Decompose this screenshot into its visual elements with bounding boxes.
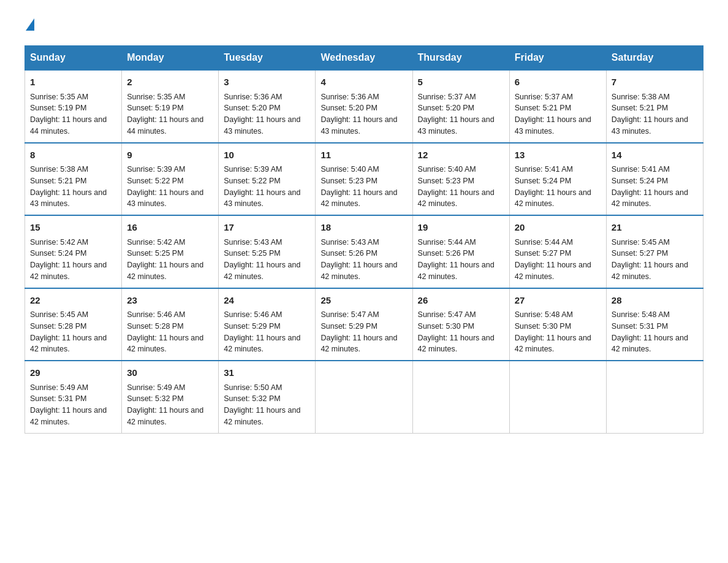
day-number: 13 — [515, 148, 601, 163]
day-number: 25 — [320, 294, 407, 308]
daylight-label: Daylight: 11 hours and 43 minutes. — [418, 115, 495, 136]
calendar-cell: 24 Sunrise: 5:46 AM Sunset: 5:29 PM Dayl… — [219, 288, 316, 361]
day-number: 17 — [224, 221, 310, 235]
sunrise-label: Sunrise: 5:38 AM — [30, 165, 88, 174]
sunrise-label: Sunrise: 5:48 AM — [515, 310, 573, 319]
day-number: 21 — [612, 221, 698, 235]
sunset-label: Sunset: 5:24 PM — [515, 177, 571, 185]
logo — [25, 18, 34, 33]
sunset-label: Sunset: 5:31 PM — [30, 394, 86, 403]
day-number: 1 — [30, 75, 116, 90]
calendar-cell: 13 Sunrise: 5:41 AM Sunset: 5:24 PM Dayl… — [509, 143, 606, 216]
day-number: 24 — [224, 294, 310, 308]
calendar-cell: 10 Sunrise: 5:39 AM Sunset: 5:22 PM Dayl… — [219, 143, 316, 216]
calendar-cell: 18 Sunrise: 5:43 AM Sunset: 5:26 PM Dayl… — [316, 215, 412, 288]
sunset-label: Sunset: 5:20 PM — [320, 104, 377, 112]
daylight-label: Daylight: 11 hours and 42 minutes. — [127, 334, 203, 354]
sunset-label: Sunset: 5:27 PM — [612, 249, 668, 258]
week-row-1: 1 Sunrise: 5:35 AM Sunset: 5:19 PM Dayli… — [25, 70, 703, 143]
sunrise-label: Sunrise: 5:35 AM — [30, 93, 88, 101]
daylight-label: Daylight: 11 hours and 42 minutes. — [320, 261, 397, 281]
calendar-cell: 17 Sunrise: 5:43 AM Sunset: 5:25 PM Dayl… — [219, 215, 316, 288]
sunrise-label: Sunrise: 5:38 AM — [612, 93, 670, 101]
sunrise-label: Sunrise: 5:44 AM — [515, 238, 573, 247]
sunset-label: Sunset: 5:24 PM — [612, 177, 668, 185]
day-number: 28 — [612, 294, 698, 308]
header-day-monday: Monday — [122, 46, 219, 71]
daylight-label: Daylight: 11 hours and 42 minutes. — [418, 261, 495, 281]
sunrise-label: Sunrise: 5:46 AM — [127, 310, 185, 319]
week-row-5: 29 Sunrise: 5:49 AM Sunset: 5:31 PM Dayl… — [25, 361, 703, 433]
sunset-label: Sunset: 5:28 PM — [127, 322, 183, 331]
daylight-label: Daylight: 11 hours and 42 minutes. — [418, 334, 495, 354]
sunrise-label: Sunrise: 5:43 AM — [224, 238, 282, 247]
sunrise-label: Sunrise: 5:37 AM — [515, 93, 573, 101]
daylight-label: Daylight: 11 hours and 42 minutes. — [127, 261, 203, 281]
day-number: 6 — [515, 75, 601, 90]
daylight-label: Daylight: 11 hours and 42 minutes. — [612, 188, 688, 209]
day-number: 11 — [320, 148, 407, 163]
calendar-cell: 23 Sunrise: 5:46 AM Sunset: 5:28 PM Dayl… — [122, 288, 219, 361]
calendar-cell: 3 Sunrise: 5:36 AM Sunset: 5:20 PM Dayli… — [219, 70, 316, 143]
calendar-cell: 20 Sunrise: 5:44 AM Sunset: 5:27 PM Dayl… — [509, 215, 606, 288]
day-number: 3 — [224, 75, 310, 90]
calendar-cell — [316, 361, 412, 433]
daylight-label: Daylight: 11 hours and 43 minutes. — [515, 115, 591, 136]
sunrise-label: Sunrise: 5:39 AM — [224, 165, 282, 174]
sunset-label: Sunset: 5:24 PM — [30, 249, 86, 258]
day-number: 9 — [127, 148, 213, 163]
sunrise-label: Sunrise: 5:46 AM — [224, 310, 282, 319]
daylight-label: Daylight: 11 hours and 42 minutes. — [30, 334, 107, 354]
daylight-label: Daylight: 11 hours and 43 minutes. — [30, 188, 107, 209]
calendar-cell: 22 Sunrise: 5:45 AM Sunset: 5:28 PM Dayl… — [25, 288, 122, 361]
calendar-cell: 19 Sunrise: 5:44 AM Sunset: 5:26 PM Dayl… — [412, 215, 509, 288]
day-number: 19 — [418, 221, 504, 235]
week-row-2: 8 Sunrise: 5:38 AM Sunset: 5:21 PM Dayli… — [25, 143, 703, 216]
day-number: 23 — [127, 294, 213, 308]
sunrise-label: Sunrise: 5:40 AM — [320, 165, 379, 174]
header-day-wednesday: Wednesday — [316, 46, 412, 71]
daylight-label: Daylight: 11 hours and 42 minutes. — [515, 261, 591, 281]
calendar-cell: 4 Sunrise: 5:36 AM Sunset: 5:20 PM Dayli… — [316, 70, 412, 143]
calendar-cell — [509, 361, 606, 433]
sunset-label: Sunset: 5:22 PM — [127, 177, 183, 185]
sunset-label: Sunset: 5:21 PM — [515, 104, 571, 112]
sunset-label: Sunset: 5:32 PM — [127, 394, 183, 403]
sunset-label: Sunset: 5:31 PM — [612, 322, 668, 331]
daylight-label: Daylight: 11 hours and 42 minutes. — [612, 334, 688, 354]
header-day-friday: Friday — [509, 46, 606, 71]
day-number: 5 — [418, 75, 504, 90]
sunrise-label: Sunrise: 5:37 AM — [418, 93, 476, 101]
sunrise-label: Sunrise: 5:41 AM — [515, 165, 573, 174]
day-number: 31 — [224, 366, 310, 380]
page-header — [25, 18, 703, 33]
sunset-label: Sunset: 5:26 PM — [320, 249, 377, 258]
daylight-label: Daylight: 11 hours and 43 minutes. — [612, 115, 688, 136]
sunrise-label: Sunrise: 5:49 AM — [127, 383, 185, 392]
header-day-saturday: Saturday — [606, 46, 703, 71]
calendar-cell: 15 Sunrise: 5:42 AM Sunset: 5:24 PM Dayl… — [25, 215, 122, 288]
day-number: 16 — [127, 221, 213, 235]
calendar-cell: 5 Sunrise: 5:37 AM Sunset: 5:20 PM Dayli… — [412, 70, 509, 143]
daylight-label: Daylight: 11 hours and 42 minutes. — [418, 188, 495, 209]
sunset-label: Sunset: 5:26 PM — [418, 249, 474, 258]
sunrise-label: Sunrise: 5:40 AM — [418, 165, 476, 174]
daylight-label: Daylight: 11 hours and 42 minutes. — [515, 188, 591, 209]
calendar-cell: 25 Sunrise: 5:47 AM Sunset: 5:29 PM Dayl… — [316, 288, 412, 361]
calendar-cell: 30 Sunrise: 5:49 AM Sunset: 5:32 PM Dayl… — [122, 361, 219, 433]
daylight-label: Daylight: 11 hours and 43 minutes. — [320, 115, 397, 136]
sunrise-label: Sunrise: 5:44 AM — [418, 238, 476, 247]
week-row-4: 22 Sunrise: 5:45 AM Sunset: 5:28 PM Dayl… — [25, 288, 703, 361]
day-number: 12 — [418, 148, 504, 163]
header-day-sunday: Sunday — [25, 46, 122, 71]
daylight-label: Daylight: 11 hours and 42 minutes. — [320, 334, 397, 354]
sunset-label: Sunset: 5:21 PM — [612, 104, 668, 112]
daylight-label: Daylight: 11 hours and 42 minutes. — [224, 261, 300, 281]
calendar-cell: 6 Sunrise: 5:37 AM Sunset: 5:21 PM Dayli… — [509, 70, 606, 143]
day-number: 20 — [515, 221, 601, 235]
sunrise-label: Sunrise: 5:47 AM — [418, 310, 476, 319]
sunrise-label: Sunrise: 5:47 AM — [320, 310, 379, 319]
sunset-label: Sunset: 5:19 PM — [30, 104, 86, 112]
calendar-cell: 29 Sunrise: 5:49 AM Sunset: 5:31 PM Dayl… — [25, 361, 122, 433]
week-row-3: 15 Sunrise: 5:42 AM Sunset: 5:24 PM Dayl… — [25, 215, 703, 288]
